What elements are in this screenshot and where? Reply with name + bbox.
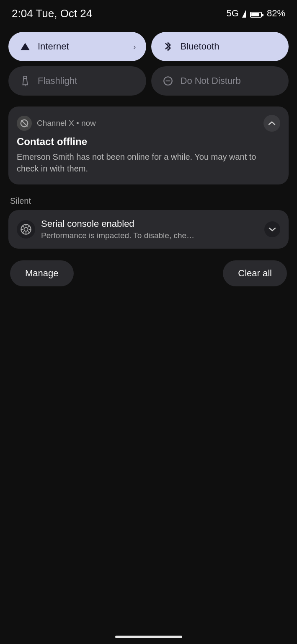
flashlight-tile[interactable]: Flashlight (8, 66, 146, 96)
quick-tiles: Internet › Bluetooth Flashlight (0, 25, 297, 100)
svg-marker-0 (21, 43, 30, 50)
serial-console-body: Performance is impacted. To disable, che… (41, 231, 258, 240)
svg-line-14 (28, 231, 29, 233)
do-not-disturb-tile[interactable]: Do Not Disturb (151, 66, 289, 96)
do-not-disturb-tile-label: Do Not Disturb (181, 75, 279, 86)
serial-console-notification: Serial console enabled Performance is im… (8, 210, 289, 249)
internet-tile-label: Internet (38, 41, 127, 52)
serial-console-title: Serial console enabled (41, 218, 258, 229)
status-time: 2:04 Tue, Oct 24 (12, 7, 92, 20)
notif-header: Channel X • now (17, 115, 280, 132)
flashlight-tile-label: Flashlight (38, 75, 136, 86)
clear-all-button[interactable]: Clear all (223, 260, 287, 286)
bluetooth-tile[interactable]: Bluetooth (151, 32, 289, 61)
svg-line-16 (23, 231, 24, 233)
notifications-area: Channel X • now Contact offline Emerson … (0, 100, 297, 184)
notif-time: now (81, 119, 96, 127)
serial-console-icon (17, 220, 35, 239)
internet-icon (18, 41, 32, 52)
bluetooth-icon (161, 41, 175, 52)
contact-offline-notification: Channel X • now Contact offline Emerson … (8, 106, 289, 184)
bottom-actions: Manage Clear all (0, 249, 297, 295)
serial-console-content: Serial console enabled Performance is im… (41, 218, 258, 240)
status-bar: 2:04 Tue, Oct 24 5G 82% (0, 0, 297, 25)
notif-meta: Channel X • now (37, 119, 96, 128)
home-indicator[interactable] (115, 636, 182, 638)
do-not-disturb-icon (161, 75, 175, 86)
notif-header-left: Channel X • now (17, 116, 96, 131)
manage-button[interactable]: Manage (10, 260, 74, 286)
notif-title: Contact offline (17, 136, 280, 148)
svg-point-8 (24, 227, 28, 231)
notif-time-separator: • (76, 119, 81, 127)
channel-x-icon (17, 116, 32, 131)
svg-line-15 (28, 226, 29, 227)
battery-percentage: 82% (267, 8, 285, 19)
svg-line-13 (23, 226, 24, 227)
signal-icon (242, 8, 247, 19)
internet-chevron: › (133, 42, 136, 52)
battery-icon (250, 8, 263, 19)
internet-tile[interactable]: Internet › (8, 32, 146, 61)
flashlight-icon (18, 75, 32, 86)
expand-serial-console-button[interactable] (264, 221, 280, 237)
bluetooth-tile-label: Bluetooth (181, 41, 279, 52)
notif-app-name: Channel X (37, 119, 74, 127)
network-label: 5G (227, 8, 239, 19)
notif-body: Emerson Smith has not been online for a … (17, 151, 280, 174)
status-icons: 5G 82% (227, 8, 285, 19)
silent-label: Silent (0, 188, 297, 210)
svg-line-6 (21, 120, 27, 126)
collapse-notification-button[interactable] (263, 115, 280, 132)
